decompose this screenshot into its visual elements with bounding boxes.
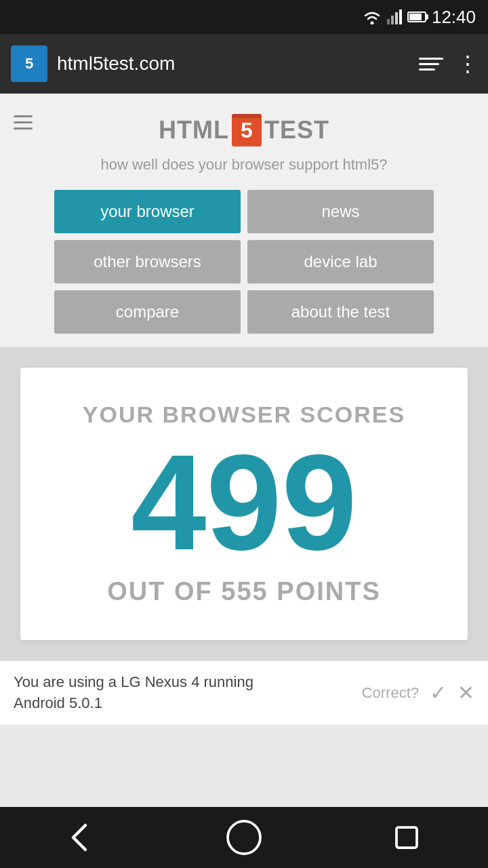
score-number: 499 — [41, 435, 447, 570]
svg-rect-5 — [399, 9, 402, 24]
nav-btn-your-browser[interactable]: your browser — [54, 190, 241, 233]
svg-rect-3 — [391, 16, 394, 24]
status-time: 12:40 — [432, 7, 476, 28]
wifi-icon — [363, 9, 382, 24]
nav-btn-device-lab[interactable]: device lab — [247, 240, 434, 283]
browser-icon-label: 5 — [25, 55, 33, 73]
back-button[interactable] — [61, 817, 102, 858]
browser-menu-icon[interactable] — [419, 58, 443, 71]
bottom-nav — [0, 807, 488, 868]
home-icon — [224, 817, 264, 858]
sidebar-toggle-icon[interactable] — [14, 115, 33, 130]
svg-rect-4 — [395, 12, 398, 24]
nav-btn-news[interactable]: news — [247, 190, 434, 233]
confirm-icon[interactable]: ✓ — [430, 681, 447, 705]
nav-area: HTML 5 TEST how well does your browser s… — [0, 94, 488, 347]
svg-rect-7 — [396, 827, 417, 848]
recents-button[interactable] — [386, 817, 427, 858]
logo-test-text: TEST — [264, 116, 329, 144]
device-info-bar: You are using a LG Nexus 4 running Andro… — [0, 660, 488, 725]
svg-rect-2 — [387, 19, 390, 24]
toolbar-icons: ⋮ — [419, 53, 477, 75]
logo-5-badge: 5 — [232, 114, 262, 146]
browser-overflow-icon[interactable]: ⋮ — [457, 53, 477, 75]
bottom-nav-spacer — [0, 725, 488, 786]
status-bar: 12:40 — [0, 0, 488, 34]
score-card: Your Browser Scores 499 Out of 555 Point… — [20, 368, 468, 640]
browser-toolbar: 5 html5test.com ⋮ — [0, 34, 488, 94]
site-tagline: how well does your browser support html5… — [100, 156, 387, 174]
battery-icon — [407, 12, 426, 22]
browser-url-bar[interactable]: html5test.com — [57, 53, 409, 75]
nav-btn-compare[interactable]: compare — [54, 290, 241, 334]
browser-app-icon: 5 — [11, 45, 47, 82]
nav-btn-about-the-test[interactable]: about the test — [247, 290, 434, 334]
dismiss-icon[interactable]: ✕ — [458, 681, 474, 705]
correct-label: Correct? — [362, 684, 419, 702]
device-text: You are using a LG Nexus 4 running Andro… — [14, 672, 298, 714]
score-card-label: Your Browser Scores — [41, 401, 447, 428]
logo-html-text: HTML — [159, 116, 229, 144]
score-out-of: Out of 555 Points — [41, 577, 447, 606]
status-icons: 12:40 — [363, 7, 476, 28]
main-content: Your Browser Scores 499 Out of 555 Point… — [0, 347, 488, 660]
correct-actions: Correct? ✓ ✕ — [362, 681, 474, 705]
recents-icon — [386, 817, 427, 858]
svg-point-1 — [370, 22, 373, 25]
nav-btn-other-browsers[interactable]: other browsers — [54, 240, 241, 283]
svg-point-6 — [228, 821, 260, 854]
nav-buttons: your browser news other browsers device … — [54, 190, 434, 334]
back-icon — [61, 817, 102, 858]
site-logo: HTML 5 TEST — [159, 114, 329, 146]
signal-icon — [387, 9, 402, 24]
home-button[interactable] — [224, 817, 264, 858]
